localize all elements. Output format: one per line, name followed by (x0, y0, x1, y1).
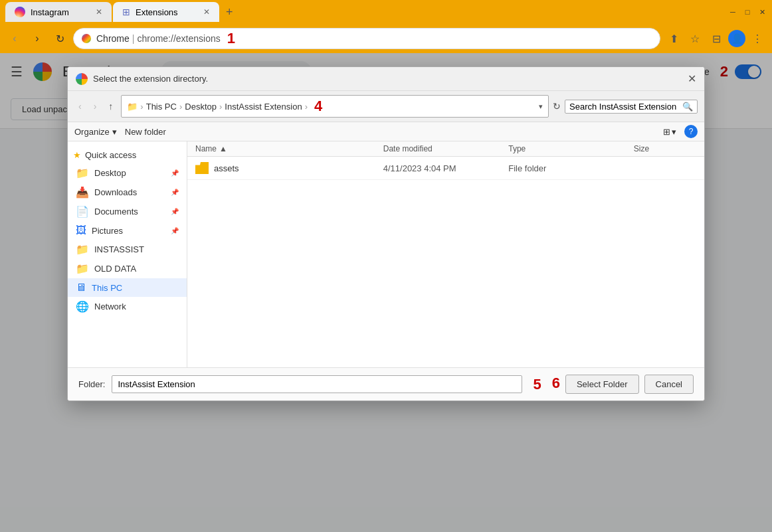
instassist-folder-icon: 📁 (76, 243, 89, 256)
pin-icon-downloads: 📌 (171, 189, 179, 196)
dialog-search-icon: 🔍 (682, 102, 693, 112)
instagram-icon (15, 7, 25, 17)
sidebar-item-this-pc[interactable]: 🖥 This PC (68, 278, 187, 297)
network-icon: 🌐 (76, 300, 89, 313)
sort-arrow: ▲ (219, 144, 227, 153)
col-date-label: Date modified (383, 144, 433, 153)
page-content: ☰ Extensions 🔍 Developer mode 2 Load unp… (0, 53, 772, 532)
sidebar-item-pictures[interactable]: 🖼 Pictures 📌 (68, 221, 187, 240)
dialog-overlay: Select the extension directory. ✕ ‹ › ↑ … (0, 53, 772, 532)
select-folder-button[interactable]: Select Folder (565, 375, 639, 394)
dialog-back-button[interactable]: ‹ (74, 100, 86, 113)
dialog-search-box[interactable]: 🔍 (565, 100, 698, 114)
breadcrumb-icon: 📁 (127, 102, 138, 112)
tab-instagram-label: Instagram (31, 7, 69, 17)
dialog-forward-button[interactable]: › (90, 100, 101, 113)
annotation-5: 5 (533, 376, 541, 393)
file-list-header: Name ▲ Date modified Type Size (187, 141, 704, 157)
file-name-assets: assets (214, 163, 239, 173)
column-date-modified[interactable]: Date modified (383, 144, 509, 153)
pin-icon-pictures: 📌 (171, 227, 179, 234)
window-controls: ─ □ ✕ (728, 7, 767, 17)
address-site: Chrome (96, 33, 130, 44)
dialog-up-button[interactable]: ↑ (104, 100, 117, 113)
breadcrumb-sep-3: › (219, 102, 222, 112)
quick-access-label: Quick access (85, 150, 136, 160)
dialog-title-bar: Select the extension directory. ✕ (68, 67, 704, 91)
close-button[interactable]: ✕ (757, 7, 767, 17)
tab-instagram[interactable]: Instagram ✕ (5, 2, 112, 22)
new-tab-button[interactable]: + (221, 3, 239, 22)
help-button[interactable]: ? (684, 125, 698, 138)
desktop-folder-icon: 📁 (76, 167, 89, 179)
breadcrumb-dropdown[interactable]: ▾ (539, 102, 543, 111)
sidebar-pictures-label: Pictures (92, 226, 123, 236)
pin-icon-desktop: 📌 (171, 169, 179, 177)
sidebar-item-instassist[interactable]: 📁 INSTASSIST (68, 240, 187, 259)
file-date-assets: 4/11/2023 4:04 PM (383, 163, 509, 173)
column-size[interactable]: Size (634, 144, 696, 153)
tab-extensions[interactable]: ⊞ Extensions ✕ (113, 2, 219, 22)
bookmark-button[interactable]: ☆ (686, 29, 704, 48)
sidebar-instassist-label: INSTASSIST (94, 244, 144, 254)
nav-actions: ⬆ ☆ ⊟ 👤 ⋮ (664, 29, 767, 48)
view-button[interactable]: ⊞ ▾ (663, 127, 676, 137)
dialog-nav-bar: ‹ › ↑ 📁 › This PC › Desktop › InstAssist… (68, 91, 704, 122)
file-dialog: Select the extension directory. ✕ ‹ › ↑ … (67, 66, 705, 401)
new-folder-button[interactable]: New folder (125, 127, 166, 137)
sidebar-item-documents[interactable]: 📄 Documents 📌 (68, 202, 187, 221)
share-button[interactable]: ⬆ (664, 29, 683, 48)
tab-instagram-close[interactable]: ✕ (96, 7, 102, 17)
sidebar-item-network[interactable]: 🌐 Network (68, 297, 187, 316)
dialog-search-input[interactable] (569, 102, 680, 112)
sidebar-item-old-data[interactable]: 📁 OLD DATA (68, 259, 187, 278)
back-button[interactable]: ‹ (5, 29, 24, 48)
sidebar-item-desktop[interactable]: 📁 Desktop 📌 (68, 163, 187, 183)
breadcrumb-instassist[interactable]: InstAssist Extension (225, 102, 302, 112)
address-content: Chrome | chrome://extensions 1 (96, 30, 235, 47)
organize-arrow: ▾ (112, 127, 117, 137)
sidebar-documents-label: Documents (94, 207, 138, 217)
col-name-label: Name (195, 144, 217, 153)
breadcrumb-this-pc[interactable]: This PC (146, 102, 177, 112)
table-row[interactable]: assets 4/11/2023 4:04 PM File folder (187, 157, 704, 180)
breadcrumb-desktop[interactable]: Desktop (185, 102, 217, 112)
breadcrumb-sep-2: › (179, 102, 182, 112)
nav-bar: ‹ › ↻ Chrome | chrome://extensions 1 ⬆ ☆… (0, 24, 772, 53)
cancel-button[interactable]: Cancel (644, 375, 694, 394)
dialog-refresh-button[interactable]: ↻ (553, 101, 561, 112)
address-bar[interactable]: Chrome | chrome://extensions 1 (73, 28, 660, 49)
sidebar-button[interactable]: ⊟ (707, 29, 725, 48)
sidebar-item-downloads[interactable]: 📥 Downloads 📌 (68, 183, 187, 202)
forward-button[interactable]: › (28, 29, 47, 48)
sidebar-this-pc-label: This PC (92, 283, 122, 293)
breadcrumb-sep-1: › (140, 102, 143, 112)
dialog-chrome-icon (76, 73, 88, 85)
maximize-button[interactable]: □ (743, 7, 752, 17)
view-arrow: ▾ (672, 127, 676, 137)
user-avatar[interactable]: 👤 (728, 30, 745, 47)
dialog-toolbar: Organize ▾ New folder ⊞ ▾ ? (68, 122, 704, 141)
breadcrumb-bar[interactable]: 📁 › This PC › Desktop › InstAssist Exten… (121, 95, 549, 118)
star-icon: ★ (73, 150, 81, 160)
column-name[interactable]: Name ▲ (195, 144, 383, 153)
column-type[interactable]: Type (508, 144, 634, 153)
old-data-folder-icon: 📁 (76, 262, 89, 275)
address-url: chrome://extensions (137, 33, 220, 44)
documents-folder-icon: 📄 (76, 205, 89, 218)
col-type-label: Type (508, 144, 526, 153)
organize-label: Organize (74, 127, 110, 137)
tab-extensions-close[interactable]: ✕ (203, 7, 210, 17)
file-type-assets: File folder (508, 163, 634, 173)
dialog-footer: Folder: 5 6 Select Folder Cancel (68, 367, 704, 400)
title-bar: Instagram ✕ ⊞ Extensions ✕ + ─ □ ✕ (0, 0, 772, 24)
file-row-name: assets (195, 162, 383, 174)
minimize-button[interactable]: ─ (728, 7, 737, 17)
view-icon: ⊞ (663, 127, 670, 137)
folder-input[interactable] (112, 375, 522, 393)
organize-button[interactable]: Organize ▾ (74, 127, 117, 137)
menu-button[interactable]: ⋮ (748, 29, 767, 48)
reload-button[interactable]: ↻ (50, 29, 69, 48)
dialog-close-button[interactable]: ✕ (688, 72, 696, 85)
quick-access-group: ★ Quick access (68, 147, 187, 163)
